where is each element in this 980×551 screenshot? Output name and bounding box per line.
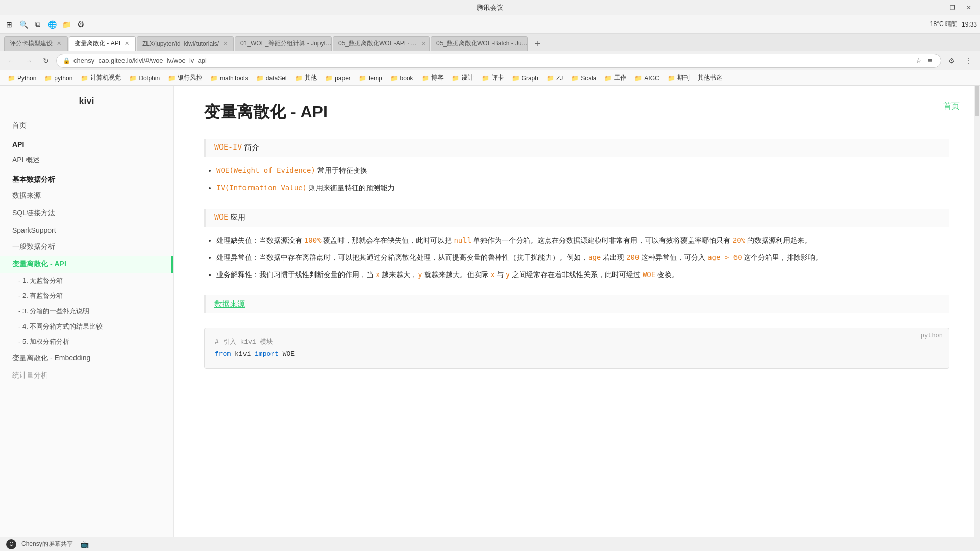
bookmark-label: 博客 [431,73,444,82]
bookmark-zj[interactable]: 📁 ZJ [543,72,567,84]
sidebar-item-variable-discrete-api[interactable]: 变量离散化 - API [0,256,173,273]
explorer-icon[interactable]: 📁 [60,18,72,31]
bookmark-label: ZJ [556,74,563,82]
section-heading-datasource: 数据来源 [204,295,949,313]
scrollbar-thumb[interactable] [975,86,979,116]
tab-woe-api[interactable]: 05_数据离散化WOE-API · … ✕ [333,36,430,51]
sidebar-item-api-overview[interactable]: API 概述 [0,152,173,169]
datasource-link[interactable]: 数据来源 [214,299,245,308]
woe-term: WOE(Weight of Evidence) [216,166,315,174]
bookmark-scala[interactable]: 📁 Scala [568,72,600,84]
bookmark-book[interactable]: 📁 book [387,72,417,84]
tab-scoring-model[interactable]: 评分卡模型建设 ✕ [4,36,68,51]
folder-icon: 📁 [8,74,15,82]
bookmark-graph[interactable]: 📁 Graph [508,72,542,84]
section-heading-intro: WOE-IV 简介 [204,139,949,157]
woe-iv-heading-text: 简介 [244,143,259,152]
bookmark-label: Graph [522,74,538,82]
tab-close-icon[interactable]: ✕ [124,40,130,47]
bookmark-dataset[interactable]: 📁 dataSet [253,72,290,84]
bookmark-temp[interactable]: 📁 temp [355,72,386,84]
edge-icon[interactable]: 🌐 [46,18,58,31]
bookmark-mathtools[interactable]: 📁 mathTools [207,72,252,84]
back-button[interactable]: ← [4,54,18,68]
tab-label: 05_数据离散化WOE-API · … [338,39,417,48]
url-text: chensy_cao.gitee.io/kivi/#/woe_iv/woe_iv… [74,57,911,64]
minimize-button[interactable]: — [929,3,943,13]
bookmark-work[interactable]: 📁 工作 [601,72,630,84]
reader-mode-icon[interactable]: ≡ [925,56,935,65]
address-bar[interactable]: 🔒 chensy_cao.gitee.io/kivi/#/woe_iv/woe_… [56,54,941,68]
sidebar-item-bin-compare[interactable]: - 4. 不同分箱方式的结果比较 [0,319,173,334]
twenty-percent: 20% [732,236,745,244]
list-item-missing: 处理缺失值：当数据源没有 100% 覆盖时，那就会存在缺失值，此时可以把 nul… [216,235,949,247]
woe-transform: WOE [643,270,655,279]
code-line-import: from kivi import WOE [215,348,939,360]
bookmark-other-books[interactable]: 其他书迷 [694,72,726,84]
bookmark-pincard[interactable]: 📁 评卡 [478,72,507,84]
bookmark-label: 其他书迷 [698,73,722,82]
bookmark-python[interactable]: 📁 Python [4,72,40,84]
bookmark-paper[interactable]: 📁 paper [322,72,354,84]
sidebar-item-data-source[interactable]: 数据来源 [0,187,173,205]
page-title: 变量离散化 - API [204,101,949,123]
sidebar-item-home[interactable]: 首页 [0,117,173,134]
sidebar-item-general-analysis[interactable]: 一般数据分析 [0,238,173,256]
bookmark-bankrisk[interactable]: 📁 银行风控 [164,72,206,84]
bookmark-blog[interactable]: 📁 博客 [418,72,447,84]
sidebar-item-stats-analysis[interactable]: 统计量分析 [0,367,173,384]
new-tab-button[interactable]: + [531,37,544,51]
tab-close-icon[interactable]: ✕ [56,40,62,47]
list-item-outlier: 处理异常值：当数据中存在离群点时，可以把其通过分箱离散化处理，从而提高变量的鲁棒… [216,252,949,264]
refresh-button[interactable]: ↻ [39,54,53,68]
chrome-icon[interactable]: ⚙ [75,18,87,31]
sidebar-item-embedding[interactable]: 变量离散化 - Embedding [0,349,173,367]
title-bar-title: 腾讯会议 [477,3,503,12]
tab-woe-calc[interactable]: 01_WOE_等距分组计算 - Jupyt… ✕ [235,36,332,51]
sidebar-item-bin-notes[interactable]: - 3. 分箱的一些补充说明 [0,304,173,319]
extensions-button[interactable]: ⚙ [944,54,959,68]
bookmark-python-lower[interactable]: 📁 python [41,72,76,84]
bookmark-star-icon[interactable]: ☆ [914,56,923,65]
outlier-value: 200 [626,253,639,261]
bookmark-label: 设计 [461,73,474,82]
null-keyword: null [454,236,471,244]
close-button[interactable]: ✕ [962,3,976,13]
bookmark-other[interactable]: 📁 其他 [291,72,321,84]
home-link[interactable]: 首页 [943,101,960,112]
tab-close-icon[interactable]: ✕ [222,40,229,47]
forward-button[interactable]: → [21,54,36,68]
tab-woe-batch[interactable]: 05_数据离散化WOE-Batch - Ju… ✕ [431,36,528,51]
maximize-button[interactable]: ❐ [945,3,960,13]
more-button[interactable]: ⋮ [962,54,976,68]
tabs-bar: 评分卡模型建设 ✕ 变量离散化 - API ✕ ZLX/jupyter/td_k… [0,34,980,51]
bookmark-cv[interactable]: 📁 计算机视觉 [77,72,125,84]
tab-label: 评分卡模型建设 [10,39,53,48]
bookmark-label: python [54,74,72,82]
bookmark-aigc[interactable]: 📁 AIGC [631,72,663,84]
bookmark-journal[interactable]: 📁 期刊 [664,72,693,84]
tab-label: 01_WOE_等距分组计算 - Jupyt… [240,39,332,48]
folder-icon: 📁 [571,74,579,82]
bookmark-design[interactable]: 📁 设计 [448,72,477,84]
start-icon[interactable]: ⊞ [3,18,15,31]
bookmark-dolphin[interactable]: 📁 Dolphin [126,72,163,84]
sidebar-item-supervised[interactable]: - 2. 有监督分箱 [0,288,173,304]
tab-close-icon[interactable]: ✕ [420,40,427,47]
list-item-iv: IV(Information Value) 则用来衡量特征的预测能力 [216,182,949,194]
taskview-icon[interactable]: ⧉ [32,18,44,31]
woe-app-heading-code: WOE [214,213,228,222]
sidebar-item-sparksupport[interactable]: SparkSupport [0,222,173,238]
taskbar: ⊞ 🔍 ⧉ 🌐 📁 ⚙ 18°C 晴朗 19:33 [0,15,980,34]
search-icon[interactable]: 🔍 [17,18,30,31]
tab-label: 变量离散化 - API [75,39,120,48]
tab-zlx-jupyter[interactable]: ZLX/jupyter/td_kiwi/tutorials/ ✕ [137,36,234,51]
sidebar-item-weighted-bin[interactable]: - 5. 加权分箱分析 [0,334,173,349]
folder-icon: 📁 [482,74,489,82]
list-item-woe: WOE(Weight of Evidence) 常用于特征变换 [216,165,949,177]
section-heading-application: WOE 应用 [204,209,949,227]
tab-variable-discrete[interactable]: 变量离散化 - API ✕ [69,36,136,51]
sidebar-item-unsupervised[interactable]: - 1. 无监督分箱 [0,273,173,288]
sidebar-item-sql[interactable]: SQL链接方法 [0,205,173,222]
x-var2: x [490,270,494,279]
